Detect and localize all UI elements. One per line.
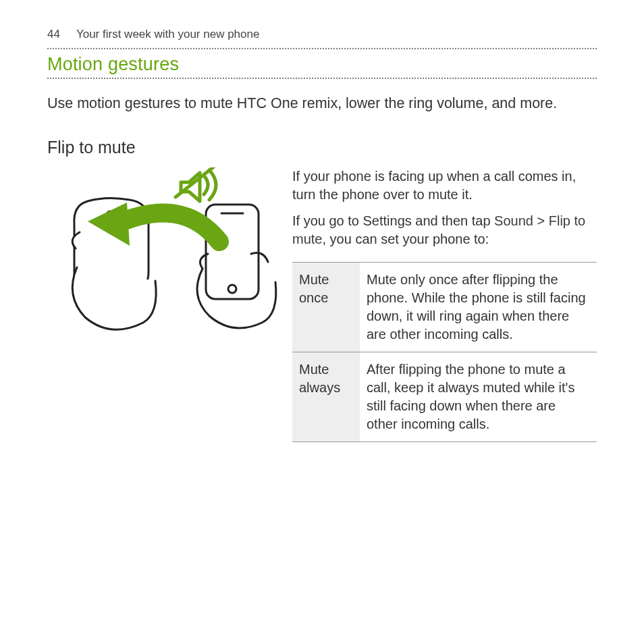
- text: , you can set your phone to:: [322, 232, 489, 246]
- feature-heading: Flip to mute: [47, 136, 597, 159]
- section-intro: Use motion gestures to mute HTC One remi…: [47, 94, 597, 113]
- feature-block: If your phone is facing up when a call c…: [47, 167, 597, 442]
- feature-paragraph: If your phone is facing up when a call c…: [292, 167, 597, 204]
- feature-text-column: If your phone is facing up when a call c…: [292, 167, 597, 442]
- table-row: Mute once Mute only once after flipping …: [292, 263, 597, 352]
- option-name: Mute once: [292, 263, 360, 352]
- section-title: Motion gestures: [47, 49, 597, 78]
- mute-speaker-icon: [176, 167, 216, 201]
- divider: [47, 78, 597, 79]
- table-row: Mute always After flipping the phone to …: [292, 352, 597, 442]
- option-description: After flipping the phone to mute a call,…: [360, 352, 597, 442]
- option-description: Mute only once after flipping the phone.…: [360, 263, 597, 352]
- chapter-title: Your first week with your new phone: [76, 27, 260, 43]
- option-name: Mute always: [292, 352, 360, 442]
- text: If you go to Settings and then tap: [292, 213, 494, 228]
- svg-point-2: [228, 285, 236, 293]
- flip-to-mute-illustration: [47, 167, 280, 442]
- flip-phone-icon: [47, 167, 280, 370]
- page-header: 44 Your first week with your new phone: [47, 27, 597, 43]
- feature-paragraph: If you go to Settings and then tap Sound…: [292, 212, 597, 248]
- options-table: Mute once Mute only once after flipping …: [292, 262, 597, 442]
- page-number: 44: [47, 27, 60, 43]
